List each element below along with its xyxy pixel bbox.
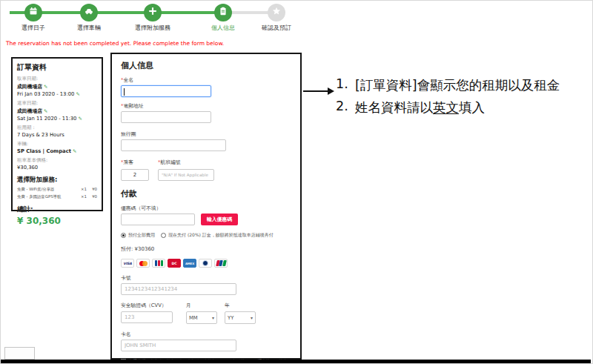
expiry-year-label: 年 (225, 302, 230, 309)
annotation-arrow-icon (303, 90, 328, 92)
step-label-personal-info: 個人信息 (211, 24, 235, 32)
card-number-label: 卡號 (121, 274, 290, 282)
step-confirm-booking[interactable] (268, 4, 285, 21)
vehicle-label: 車輛: (17, 141, 97, 148)
email-input[interactable] (121, 111, 211, 123)
form-title: 個人信息 (121, 60, 290, 71)
pickup-date-label: 取車日期: (17, 76, 97, 82)
pay-deposit-radio[interactable] (161, 233, 166, 238)
addon-price: ¥0 (87, 194, 97, 199)
pay-full-label: 預付全部費用 (128, 232, 155, 239)
rental-period-value: 7 Days & 23 Hours (17, 132, 97, 138)
star-icon (271, 5, 282, 20)
step-label-confirm-booking: 確認及預訂 (262, 24, 291, 32)
addons-section-label: 選擇附加服務: (17, 176, 97, 185)
base-price-label: 租車基本價格: (17, 157, 97, 164)
mastercard-icon (136, 259, 150, 268)
order-summary-title: 訂單資料 (17, 62, 97, 73)
cvv-label: 安全驗證碼（CVV） (121, 302, 186, 309)
fullname-input[interactable] (121, 85, 211, 97)
step-select-addons[interactable] (144, 4, 162, 21)
passengers-label: 乘客 (123, 159, 133, 165)
partial-panel-fragment (4, 347, 35, 360)
unionpay-icon (214, 259, 228, 268)
coupon-label: 優惠碼（可不填） (121, 205, 290, 212)
addon-qty: ×1 (79, 194, 87, 199)
note-text: 姓名資料請以英文填入 (355, 99, 485, 116)
note-number: 2. (336, 99, 355, 116)
car-icon (83, 5, 95, 20)
passengers-input[interactable] (121, 169, 149, 181)
expiry-month-label: 月 (186, 302, 225, 309)
edit-vehicle-icon[interactable]: ✎ (73, 148, 76, 154)
bottom-divider-bar (1, 360, 591, 364)
step-label-select-vehicle: 選擇車輛 (77, 24, 101, 32)
step-select-dates[interactable] (24, 4, 42, 21)
order-summary-panel: 訂單資料 取車日期: 成田機場店✎ Fri Jan 03 2020 - 13:0… (11, 57, 103, 211)
rental-period-label: 租用期 : (17, 125, 97, 131)
addon-row: 免費 - 多國語音GPS導航 ×1 ¥0 (17, 194, 97, 199)
addon-name: 免費 - 多國語音GPS導航 (17, 194, 61, 199)
addon-qty: ×1 (79, 187, 87, 192)
dc-card-icon: DC (168, 259, 181, 268)
chevron-down-icon: ▾ (251, 315, 253, 320)
step-select-vehicle[interactable] (80, 4, 98, 21)
flight-number-input[interactable] (158, 169, 214, 181)
cvv-input[interactable] (121, 311, 173, 323)
addon-row: 免費 - WiFi蛋/分享器 ×1 ¥0 (17, 187, 97, 192)
coupon-input[interactable] (121, 214, 195, 225)
flight-number-label: 航班編號 (160, 159, 180, 165)
total-label: 總計: (17, 205, 97, 214)
card-name-input[interactable] (121, 340, 236, 351)
addon-price: ¥0 (87, 187, 97, 192)
diners-icon (199, 259, 212, 268)
clipboard-icon (217, 5, 229, 20)
edit-pickup-datetime-icon[interactable]: ✎ (76, 91, 79, 97)
step-label-select-dates: 選擇日子 (21, 24, 45, 32)
annotation-notes: 1. [訂單資料]會顯示您的租期以及租金 2. 姓名資料請以英文填入 (336, 76, 560, 121)
tour-group-input[interactable] (121, 139, 226, 151)
vehicle-value: SP Class | Compact (17, 148, 71, 154)
prepay-amount: 預付: ¥30360 (121, 245, 290, 253)
amex-icon: AMEX (183, 259, 196, 268)
email-label: 電郵地址 (123, 103, 143, 109)
jcb-icon (152, 259, 165, 268)
note-item-2: 2. 姓名資料請以英文填入 (336, 99, 560, 116)
calendar-icon (27, 5, 39, 20)
note-item-1: 1. [訂單資料]會顯示您的租期以及租金 (336, 76, 560, 94)
pay-full-radio[interactable] (121, 233, 126, 238)
expiry-year-select[interactable]: YY▾ (225, 311, 256, 324)
addon-name: 免費 - WiFi蛋/分享器 (17, 187, 54, 192)
total-value: ¥ 30,360 (17, 216, 97, 226)
plus-icon (147, 5, 159, 20)
pickup-location: 成田機場店 (17, 84, 42, 90)
return-location: 成田機場店 (17, 108, 42, 114)
underlined-text: 英文 (433, 100, 459, 115)
personal-info-form: 個人信息 *全名 *電郵地址 旅行團 *乘客 *航班編號 付款 優惠碼（可不填）… (110, 53, 302, 360)
note-text: [訂單資料]會顯示您的租期以及租金 (355, 76, 560, 94)
pay-deposit-label: 現在先付 (20%) 訂金，餘額將於抵達取車店鋪後再付 (168, 232, 274, 239)
incomplete-reservation-warning: The reservation has not been completed y… (6, 40, 224, 47)
edit-return-datetime-icon[interactable]: ✎ (78, 116, 82, 122)
step-personal-info[interactable] (214, 4, 232, 21)
accepted-cards: VISA DC AMEX (121, 259, 290, 268)
fullname-label: 全名 (123, 77, 133, 83)
text-cursor (124, 88, 125, 96)
payment-section-title: 付款 (121, 188, 290, 199)
note-number: 1. (336, 76, 355, 94)
return-date-label: 還車日期: (17, 100, 97, 107)
pickup-datetime: Fri Jan 03 2020 - 13:00 (17, 91, 74, 97)
step-label-select-addons: 選擇附加服務 (135, 24, 170, 32)
edit-pickup-location-icon[interactable]: ✎ (44, 84, 47, 90)
card-name-label: 卡名 (121, 331, 290, 338)
chevron-down-icon: ▾ (212, 315, 214, 320)
card-number-input[interactable] (121, 283, 236, 295)
apply-coupon-button[interactable]: 輸入優惠碼 (201, 214, 238, 225)
visa-icon: VISA (121, 259, 134, 268)
edit-return-location-icon[interactable]: ✎ (44, 108, 47, 114)
return-datetime: Sat Jan 11 2020 - 11:30 (17, 116, 76, 122)
booking-page: 選擇日子 選擇車輛 選擇附加服務 個人信息 確認及預訂 The reserva (0, 0, 593, 364)
base-price-value: ¥30,360 (17, 165, 97, 171)
expiry-month-select[interactable]: MM▾ (186, 311, 217, 324)
tour-group-label: 旅行團 (121, 130, 290, 138)
